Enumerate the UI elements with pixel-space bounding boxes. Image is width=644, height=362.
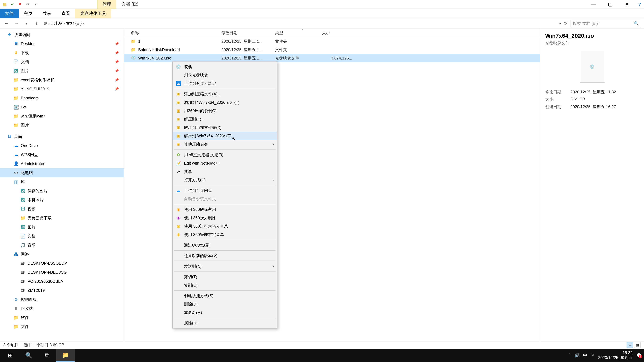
tree-network[interactable]: 🖧网络: [0, 250, 124, 259]
qat-check-icon[interactable]: ✔: [10, 1, 16, 7]
tree-pc2[interactable]: 🖳DESKTOP-NJEU3CG: [0, 268, 124, 277]
tray-security-icon[interactable]: ⚐: [591, 353, 594, 358]
action-center-icon[interactable]: 💬3: [636, 353, 641, 358]
tree-videos[interactable]: 🎞视频: [0, 204, 124, 214]
cm-rename[interactable]: 重命名(M): [173, 308, 277, 317]
minimize-button[interactable]: —: [585, 0, 602, 9]
column-headers[interactable]: 名称 修改日期 类型 大小: [124, 28, 540, 37]
qat-dropdown-icon[interactable]: ▾: [32, 1, 38, 7]
address-dropdown-icon[interactable]: ▾: [559, 21, 561, 26]
qat-close-icon[interactable]: ✖: [17, 1, 23, 7]
cm-extract-named[interactable]: ▣解压到 Win7x64_2020\ (E): [173, 132, 277, 140]
context-menu[interactable]: 💿装载 刻录光盘映像 ☁上传到有道云笔记 ▣添加到压缩文件(A)... ▣添加到…: [172, 61, 278, 329]
tree-excel[interactable]: 📁excel表格制作求和📌: [0, 75, 124, 84]
cm-properties[interactable]: 属性(R): [173, 319, 277, 327]
tree-pc3[interactable]: 🖳PC-20190530OBLA: [0, 277, 124, 286]
cm-360-unlock[interactable]: ◉使用 360解除占用: [173, 205, 277, 214]
tree-pictures-lib[interactable]: 🖼图片: [0, 223, 124, 232]
column-type[interactable]: 类型: [275, 30, 322, 35]
tree-downloads[interactable]: ⬇下载📌: [0, 48, 124, 57]
tree-pc1[interactable]: 🖳DESKTOP-LSSOEDP: [0, 259, 124, 268]
column-date[interactable]: 修改日期: [221, 30, 275, 35]
tree-software[interactable]: 📁软件: [0, 313, 124, 322]
tree-pc4[interactable]: 🖳ZMT2019: [0, 286, 124, 295]
cm-share[interactable]: ↗共享: [173, 167, 277, 176]
cm-add-zip[interactable]: ▣添加到 "Win7x64_2020.zip" (T): [173, 98, 277, 107]
cm-360-trojan-scan[interactable]: ◉使用 360进行木马云查杀: [173, 222, 277, 230]
navigation-tree[interactable]: ★快速访问 🖥Desktop📌 ⬇下载📌 📄文档📌 🖼图片📌 📁excel表格制…: [0, 28, 124, 341]
tab-home[interactable]: 主页: [19, 9, 38, 18]
tree-admin[interactable]: 👤Administrator: [0, 159, 124, 168]
qat-refresh-icon[interactable]: ⟳: [25, 1, 31, 7]
cm-burn[interactable]: 刻录光盘映像: [173, 71, 277, 79]
tree-pictures2[interactable]: 📁图片: [0, 121, 124, 130]
cm-mount[interactable]: 💿装载: [173, 62, 277, 71]
tree-pictures[interactable]: 🖼图片📌: [0, 66, 124, 75]
tree-quick-access[interactable]: ★快速访问: [0, 30, 124, 39]
cm-create-shortcut[interactable]: 创建快捷方式(S): [173, 292, 277, 300]
taskbar[interactable]: ⊞ 🔍 ⧉ 📁 ˄ 🔊 中 ⚐ 16:32 2020/12/25, 星期五 💬3: [0, 349, 644, 362]
tree-documents[interactable]: 📄文档📌: [0, 57, 124, 66]
tree-bandicam[interactable]: 📁Bandicam: [0, 93, 124, 103]
cm-open-360zip[interactable]: ▣用360压缩打开(Q): [173, 107, 277, 115]
cm-other-compress[interactable]: ▣其他压缩命令›: [173, 140, 277, 148]
system-tray[interactable]: ˄ 🔊 中 ⚐ 16:32 2020/12/25, 星期五 💬3: [569, 351, 643, 360]
tree-desktop-root[interactable]: 🖥桌面: [0, 132, 124, 141]
start-button[interactable]: ⊞: [1, 349, 20, 362]
forward-button[interactable]: →: [13, 20, 20, 27]
tab-share[interactable]: 共享: [38, 9, 56, 18]
tree-onedrive[interactable]: ☁OneDrive: [0, 141, 124, 150]
tree-this-pc[interactable]: 🖳此电脑: [0, 168, 124, 177]
up-button[interactable]: ↑: [33, 20, 40, 27]
breadcrumb-this-pc[interactable]: 此电脑: [51, 21, 63, 26]
tree-control-panel[interactable]: ⚙控制面板: [0, 295, 124, 304]
file-row-selected[interactable]: 💿Win7x64_2020.iso 2020/12/25, 星期五 1... 光…: [124, 54, 540, 62]
breadcrumb[interactable]: 🖳 › 此电脑 › 文档 (E:) › ▾ ⟳: [43, 21, 567, 26]
view-icons-button[interactable]: ▦: [634, 342, 641, 348]
tray-chevron-up-icon[interactable]: ˄: [569, 353, 571, 358]
history-dropdown[interactable]: ▾: [23, 20, 30, 27]
column-name[interactable]: 名称: [124, 30, 221, 35]
tree-saved-pictures[interactable]: 🖼保存的图片: [0, 186, 124, 195]
tree-documents-lib[interactable]: 📄文档: [0, 232, 124, 241]
tab-view[interactable]: 查看: [56, 9, 75, 18]
tree-yunqishi[interactable]: 📁YUNQISHI2019📌: [0, 84, 124, 93]
cm-send-to[interactable]: 发送到(N)›: [173, 262, 277, 271]
cm-restore-previous[interactable]: 还原以前的版本(V): [173, 252, 277, 260]
taskbar-clock[interactable]: 16:32 2020/12/25, 星期五: [598, 351, 632, 360]
tree-recycle[interactable]: 🗑回收站: [0, 304, 124, 313]
close-button[interactable]: ✕: [618, 0, 635, 9]
back-button[interactable]: ←: [3, 20, 10, 27]
tree-gdrive[interactable]: 💽G:\: [0, 103, 124, 112]
cm-add-archive[interactable]: ▣添加到压缩文件(A)...: [173, 90, 277, 98]
cm-notepad[interactable]: 📝Edit with Notepad++: [173, 159, 277, 167]
tree-tianyi[interactable]: 📁天翼云盘下载: [0, 214, 124, 223]
tree-music-lib[interactable]: 🎵音乐: [0, 241, 124, 250]
cm-360-force-delete[interactable]: ◉使用 360强力删除: [173, 214, 277, 222]
cm-youdao[interactable]: ☁上传到有道云笔记: [173, 79, 277, 88]
refresh-icon[interactable]: ⟳: [564, 21, 567, 26]
cm-qq-send[interactable]: 通过QQ发送到: [173, 241, 277, 249]
manage-tab-header[interactable]: 管理: [97, 0, 116, 9]
tree-wps[interactable]: ☁WPS网盘: [0, 150, 124, 159]
tray-ime-indicator[interactable]: 中: [583, 353, 587, 358]
help-icon[interactable]: ?: [635, 0, 644, 9]
cm-extract-to[interactable]: ▣解压到(F)...: [173, 115, 277, 123]
cm-bee-browser[interactable]: ✿用 蜂蜜浏览器 浏览(3): [173, 151, 277, 159]
search-button[interactable]: 🔍: [20, 349, 38, 362]
cm-copy[interactable]: 复制(C): [173, 281, 277, 290]
cm-open-with[interactable]: 打开方式(H)›: [173, 176, 277, 184]
tree-win7reinstall[interactable]: 📁win7重装win7: [0, 112, 124, 121]
file-row[interactable]: 📁BaiduNetdiskDownload 2020/12/25, 星期五 1.…: [124, 45, 540, 54]
breadcrumb-location[interactable]: 文档 (E:): [66, 21, 82, 26]
cm-delete[interactable]: 删除(D): [173, 300, 277, 308]
cm-cut[interactable]: 剪切(T): [173, 273, 277, 281]
cm-baidu-upload[interactable]: ☁上传到百度网盘: [173, 186, 277, 195]
tree-camera-roll[interactable]: 🖼本机照片: [0, 195, 124, 204]
tree-desktop[interactable]: 🖥Desktop📌: [0, 39, 124, 48]
cm-360-manage-menu[interactable]: ◉使用 360管理右键菜单: [173, 230, 277, 239]
tray-volume-icon[interactable]: 🔊: [574, 353, 580, 358]
view-details-button[interactable]: ≡: [626, 342, 633, 348]
tab-iso-tools[interactable]: 光盘映像工具: [75, 9, 111, 18]
tree-libraries[interactable]: ▥库: [0, 177, 124, 186]
